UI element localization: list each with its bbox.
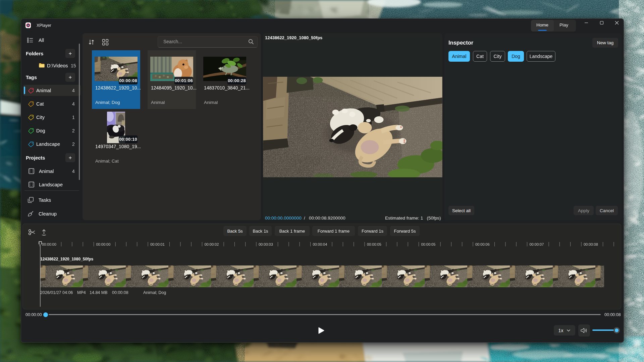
- svg-text:00:00:06: 00:00:06: [475, 242, 490, 246]
- svg-text:00:00:01: 00:00:01: [150, 242, 165, 246]
- svg-text:00:00:03: 00:00:03: [259, 242, 273, 246]
- svg-text:00:00:05: 00:00:05: [421, 242, 436, 246]
- svg-text:00:00:08: 00:00:08: [584, 242, 598, 246]
- svg-text:00:00:07: 00:00:07: [530, 242, 544, 246]
- svg-text:00:00:00: 00:00:00: [96, 242, 111, 246]
- svg-text:00:00:05: 00:00:05: [367, 242, 381, 246]
- svg-text:00:00:02: 00:00:02: [205, 242, 219, 246]
- svg-text:00:00:04: 00:00:04: [313, 242, 327, 246]
